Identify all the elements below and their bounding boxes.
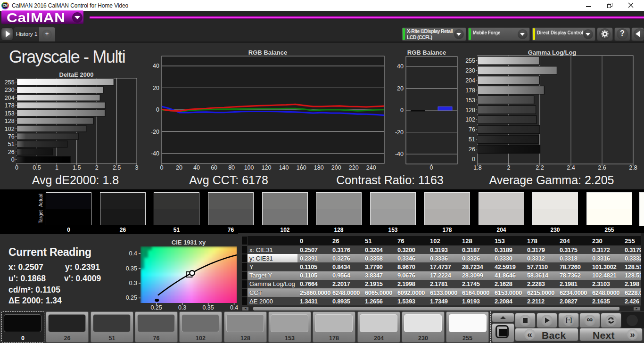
- svg-text:0.3: 0.3: [129, 280, 137, 286]
- svg-text:0.25: 0.25: [150, 304, 162, 311]
- svg-text:0.4: 0.4: [129, 250, 137, 257]
- svg-text:0.3: 0.3: [178, 304, 186, 311]
- svg-text:CIE 1931 xy: CIE 1931 xy: [172, 239, 206, 246]
- svg-text:0.35: 0.35: [202, 304, 214, 311]
- svg-text:0.4: 0.4: [230, 304, 238, 311]
- svg-text:0.35: 0.35: [126, 265, 137, 272]
- svg-text:0.25: 0.25: [126, 294, 137, 301]
